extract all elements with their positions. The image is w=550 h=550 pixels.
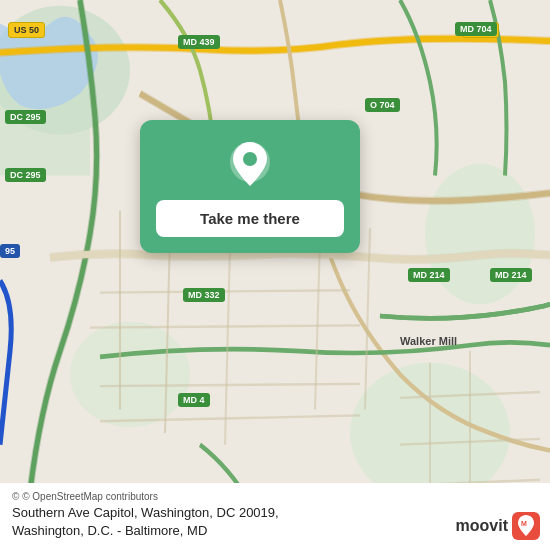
road-label-dc295-2: DC 295 bbox=[5, 168, 46, 182]
svg-point-21 bbox=[243, 152, 257, 166]
take-me-there-button[interactable]: Take me there bbox=[156, 200, 344, 237]
svg-text:M: M bbox=[521, 520, 527, 527]
address-line1: Southern Ave Capitol, Washington, DC 200… bbox=[12, 505, 279, 520]
svg-point-5 bbox=[70, 322, 190, 427]
svg-point-3 bbox=[425, 164, 535, 304]
osm-credit: © © OpenStreetMap contributors bbox=[12, 491, 538, 502]
map-container: US 50 US 50 MD 439 MD 704 DC 295 DC 295 … bbox=[0, 0, 550, 550]
address-line2: Washington, D.C. - Baltimore, MD bbox=[12, 523, 207, 538]
map-roads-svg bbox=[0, 0, 550, 550]
road-label-md704: MD 704 bbox=[455, 22, 497, 36]
moovit-icon: M bbox=[512, 512, 540, 540]
moovit-logo: moovit M bbox=[456, 512, 540, 540]
road-label-md332: MD 332 bbox=[183, 288, 225, 302]
map-pin-icon bbox=[226, 140, 274, 188]
road-label-md214-1: MD 214 bbox=[408, 268, 450, 282]
road-label-o704: O 704 bbox=[365, 98, 400, 112]
road-label-md214-2: MD 214 bbox=[490, 268, 532, 282]
moovit-text: moovit bbox=[456, 517, 508, 535]
map-card: Take me there bbox=[140, 120, 360, 253]
road-label-dc295-1: DC 295 bbox=[5, 110, 46, 124]
osm-icon: © bbox=[12, 491, 19, 502]
road-label-i95: 95 bbox=[0, 244, 20, 258]
area-label-walker-mill: Walker Mill bbox=[400, 335, 457, 347]
road-label-md4: MD 4 bbox=[178, 393, 210, 407]
road-label-us50-left: US 50 bbox=[8, 22, 45, 38]
road-label-md439: MD 439 bbox=[178, 35, 220, 49]
osm-text: © OpenStreetMap contributors bbox=[22, 491, 158, 502]
